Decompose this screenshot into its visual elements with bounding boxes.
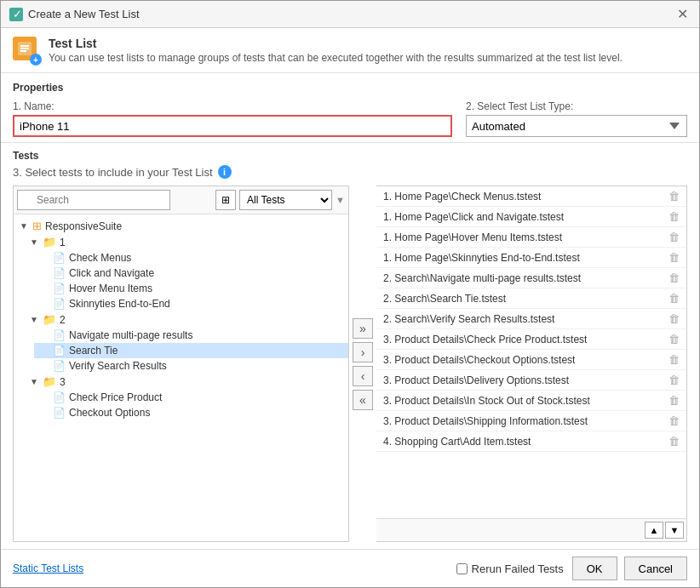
tree-toggle-f3[interactable]: ▼ [29,377,39,387]
tree-label: Navigate multi-page results [69,329,192,341]
properties-section: Properties 1. Name: 2. Select Test List … [1,73,699,143]
list-item-text: 2. Search\Verify Search Results.tstest [383,313,663,325]
file-icon: 📄 [53,360,66,372]
tree-item[interactable]: 📄 Check Price Product [34,390,348,405]
file-icon: 📄 [53,345,66,357]
tree-container[interactable]: ▼ ⊞ ResponsiveSuite ▼ 📁 1 📄 [14,214,348,541]
tree-label: Hover Menu Items [69,283,152,294]
delete-icon[interactable]: 🗑 [668,231,680,243]
delete-icon[interactable]: 🗑 [668,210,680,223]
list-item[interactable]: 1. Home Page\Hover Menu Items.tstest 🗑 [376,227,686,248]
tree-toggle-f1[interactable]: ▼ [29,237,39,248]
add-all-button[interactable]: » [353,318,373,339]
remove-all-button[interactable]: « [353,390,373,410]
list-item[interactable]: 3. Product Details\Delivery Options.tste… [376,370,686,391]
delete-icon[interactable]: 🗑 [668,312,680,325]
tree-toggle-f2[interactable]: ▼ [29,315,39,325]
tree-item[interactable]: 📄 Checkout Options [34,405,348,420]
header-section: + Test List You can use test lists to ma… [1,28,699,73]
list-item[interactable]: 3. Product Details\In Stock Out of Stock… [376,391,686,411]
delete-icon[interactable]: 🗑 [668,292,680,305]
delete-icon[interactable]: 🗑 [668,333,680,345]
delete-icon[interactable]: 🗑 [668,394,680,407]
tree-item[interactable]: ▼ ⊞ ResponsiveSuite [14,218,348,234]
delete-icon[interactable]: 🗑 [668,271,680,284]
delete-icon[interactable]: 🗑 [668,374,680,386]
file-icon: 📄 [53,298,66,310]
tree-item[interactable]: 📄 Hover Menu Items [34,281,348,296]
move-up-button[interactable]: ▲ [645,522,663,539]
ok-button[interactable]: OK [572,557,617,580]
dialog-body: + Test List You can use test lists to ma… [1,28,699,587]
tests-title: Tests [13,150,687,162]
filter-select[interactable]: All Tests Selected Tests [239,190,332,210]
tree-item[interactable]: ▼ 📁 1 [24,234,348,250]
list-item[interactable]: 2. Search\Search Tie.tstest 🗑 [376,288,686,309]
create-test-list-dialog: ✓ Create a New Test List ✕ + Test List Y… [0,0,700,588]
cancel-button[interactable]: Cancel [624,557,687,580]
list-item[interactable]: 4. Shopping Cart\Add Item.tstest 🗑 [376,431,686,452]
list-item[interactable]: 3. Product Details\Shipping Information.… [376,411,686,431]
list-item[interactable]: 2. Search\Navigate multi-page results.ts… [376,268,686,288]
list-item-text: 1. Home Page\Click and Navigate.tstest [383,211,663,223]
list-item[interactable]: 1. Home Page\Skinnyties End-to-End.tstes… [376,248,686,268]
move-down-button[interactable]: ▼ [665,522,684,539]
search-wrapper: 🔍 [17,190,212,210]
title-bar-left: ✓ Create a New Test List [9,8,140,21]
right-bottom-toolbar: ▲ ▼ [376,518,686,541]
properties-title: Properties [13,82,687,94]
close-button[interactable]: ✕ [674,6,691,23]
list-item[interactable]: 1. Home Page\Click and Navigate.tstest 🗑 [376,207,686,227]
list-item[interactable]: 3. Product Details\Checkout Options.tste… [376,350,686,370]
footer-right: Rerun Failed Tests OK Cancel [456,557,687,580]
folder-icon: 📁 [43,375,56,388]
dialog-icon: ✓ [9,8,23,21]
tree-item[interactable]: 📄 Check Menus [34,250,348,265]
rerun-failed-checkbox[interactable] [456,563,468,574]
svg-text:✓: ✓ [13,9,21,20]
static-test-lists-link[interactable]: Static Test Lists [13,562,83,574]
tree-label: Check Price Product [69,391,162,403]
delete-icon[interactable]: 🗑 [668,190,680,203]
tree-item[interactable]: ▼ 📁 3 [24,374,348,390]
tree-item[interactable]: 📄 Verify Search Results [34,358,348,374]
left-panel: 🔍 ⊞ All Tests Selected Tests ▼ [13,186,349,542]
list-item-text: 2. Search\Search Tie.tstest [383,293,663,305]
name-label: 1. Name: [13,100,452,112]
info-icon[interactable]: i [218,165,232,179]
tree-item[interactable]: 📄 Skinnyties End-to-End [34,296,348,311]
footer: Static Test Lists Rerun Failed Tests OK … [1,549,699,587]
list-item[interactable]: 2. Search\Verify Search Results.tstest 🗑 [376,309,686,329]
tree-item[interactable]: 📄 Navigate multi-page results [34,328,348,343]
list-item[interactable]: 3. Product Details\Check Price Product.t… [376,329,686,350]
right-panel: 1. Home Page\Check Menus.tstest 🗑 1. Hom… [376,186,687,542]
tree-label: 1 [60,237,66,248]
search-input[interactable] [17,190,170,210]
header-title: Test List [49,37,623,50]
tree-toggle-suite[interactable]: ▼ [19,221,29,231]
remove-one-button[interactable]: ‹ [353,366,373,386]
tree-item[interactable]: 📄 Search Tie [34,343,348,358]
list-item-text: 3. Product Details\Delivery Options.tste… [383,374,663,386]
delete-icon[interactable]: 🗑 [668,414,680,427]
file-icon: 📄 [53,283,66,294]
expand-collapse-button[interactable]: ⊞ [215,190,236,210]
file-icon: 📄 [53,391,66,403]
delete-icon[interactable]: 🗑 [668,251,680,264]
add-one-button[interactable]: › [353,342,373,363]
delete-icon[interactable]: 🗑 [668,435,680,448]
list-item-text: 3. Product Details\Check Price Product.t… [383,334,663,345]
tree-label: 2 [60,314,66,326]
rerun-failed-label[interactable]: Rerun Failed Tests [456,562,564,575]
delete-icon[interactable]: 🗑 [668,353,680,366]
name-input[interactable] [13,115,452,137]
type-select[interactable]: Automated Manual Data Driven [466,115,687,137]
suite-icon: ⊞ [32,220,42,232]
file-icon: 📄 [53,267,66,279]
selected-tests-list: 1. Home Page\Check Menus.tstest 🗑 1. Hom… [376,186,686,518]
tree-item[interactable]: 📄 Click and Navigate [34,265,348,281]
list-item[interactable]: 1. Home Page\Check Menus.tstest 🗑 [376,186,686,207]
filter-arrow: ▼ [336,195,345,205]
tree-label: Check Menus [69,252,131,264]
tree-item[interactable]: ▼ 📁 2 [24,311,348,328]
